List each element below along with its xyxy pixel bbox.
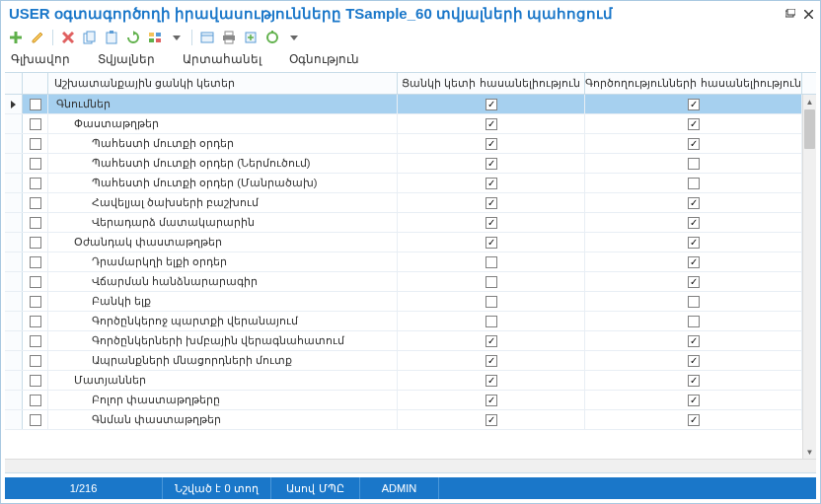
menu-availability-checkbox[interactable] — [485, 118, 497, 130]
row-c1-cell[interactable] — [398, 114, 585, 133]
row-select-checkbox[interactable] — [30, 99, 41, 110]
row-select-checkbox[interactable] — [30, 335, 41, 347]
row-c1-cell[interactable] — [398, 174, 585, 192]
actions-availability-checkbox[interactable] — [688, 178, 700, 189]
actions-availability-checkbox[interactable] — [688, 335, 700, 347]
row-c1-cell[interactable] — [398, 351, 585, 370]
row-select-cell[interactable] — [23, 134, 48, 153]
row-c2-cell[interactable] — [585, 312, 802, 330]
menu-availability-checkbox[interactable] — [485, 276, 497, 288]
row-c2-cell[interactable] — [585, 371, 802, 390]
actions-availability-checkbox[interactable] — [688, 237, 700, 249]
actions-availability-checkbox[interactable] — [688, 158, 700, 170]
row-c2-cell[interactable] — [585, 233, 802, 252]
row-c2-cell[interactable] — [585, 95, 802, 113]
menu-availability-checkbox[interactable] — [485, 237, 497, 249]
menu-availability-checkbox[interactable] — [485, 178, 497, 189]
refresh-icon[interactable] — [124, 29, 142, 46]
dropdown-icon[interactable] — [168, 29, 186, 46]
scroll-up-icon[interactable]: ▲ — [803, 95, 816, 108]
table-row[interactable]: Մատյաններ — [5, 371, 816, 391]
row-c1-cell[interactable] — [398, 292, 585, 311]
row-c1-cell[interactable] — [398, 154, 585, 173]
view-icon[interactable] — [198, 29, 216, 46]
menu-data[interactable]: Տվյալներ — [98, 52, 155, 66]
row-select-cell[interactable] — [23, 312, 48, 330]
row-select-cell[interactable] — [23, 410, 48, 429]
row-select-cell[interactable] — [23, 331, 48, 350]
actions-availability-checkbox[interactable] — [688, 256, 700, 268]
table-row[interactable]: Օժանդակ փաստաթղթեր — [5, 233, 816, 252]
row-c1-cell[interactable] — [398, 371, 585, 390]
row-select-cell[interactable] — [23, 371, 48, 390]
print-icon[interactable] — [220, 29, 238, 46]
group-icon[interactable] — [146, 29, 164, 46]
menu-availability-checkbox[interactable] — [485, 256, 497, 268]
row-c2-cell[interactable] — [585, 114, 802, 133]
row-select-cell[interactable] — [23, 154, 48, 173]
row-c1-cell[interactable] — [398, 193, 585, 212]
table-row[interactable]: Պահեստի մուտքի օրդեր — [5, 134, 816, 154]
column-header-c1[interactable]: Ցանկի կետի հասանելիություն — [398, 73, 585, 94]
row-select-checkbox[interactable] — [30, 296, 41, 308]
row-c2-cell[interactable] — [585, 351, 802, 370]
delete-icon[interactable] — [59, 29, 77, 46]
menu-export[interactable]: Արտահանել — [183, 52, 261, 66]
row-c1-cell[interactable] — [398, 410, 585, 429]
menu-availability-checkbox[interactable] — [485, 99, 497, 110]
menu-availability-checkbox[interactable] — [485, 395, 497, 406]
row-select-checkbox[interactable] — [30, 256, 41, 268]
menu-availability-checkbox[interactable] — [485, 296, 497, 308]
edit-icon[interactable] — [29, 29, 46, 46]
table-row[interactable]: Բանկի ելք — [5, 292, 816, 312]
row-c2-cell[interactable] — [585, 193, 802, 212]
menu-help[interactable]: Օգնություն — [289, 52, 359, 66]
actions-availability-checkbox[interactable] — [688, 375, 700, 387]
copy-icon[interactable] — [81, 29, 99, 46]
menu-availability-checkbox[interactable] — [485, 316, 497, 327]
row-c2-cell[interactable] — [585, 391, 802, 409]
row-c1-cell[interactable] — [398, 134, 585, 153]
column-header-c2[interactable]: Գործողությունների հասանելիություն — [585, 73, 802, 94]
actions-availability-checkbox[interactable] — [688, 197, 700, 209]
row-select-checkbox[interactable] — [30, 178, 41, 189]
table-row[interactable]: Ապրանքների մնացորդների մուտք — [5, 351, 816, 371]
actions-availability-checkbox[interactable] — [688, 276, 700, 288]
row-select-checkbox[interactable] — [30, 355, 41, 367]
row-select-cell[interactable] — [23, 174, 48, 192]
row-c1-cell[interactable] — [398, 272, 585, 291]
paste-icon[interactable] — [103, 29, 120, 46]
row-select-checkbox[interactable] — [30, 316, 41, 327]
row-c1-cell[interactable] — [398, 95, 585, 113]
actions-availability-checkbox[interactable] — [688, 316, 700, 327]
actions-availability-checkbox[interactable] — [688, 296, 700, 308]
row-select-checkbox[interactable] — [30, 375, 41, 387]
row-select-cell[interactable] — [23, 193, 48, 212]
row-c2-cell[interactable] — [585, 213, 802, 232]
table-row[interactable]: Վերադարձ մատակարարին — [5, 213, 816, 233]
row-select-cell[interactable] — [23, 114, 48, 133]
actions-availability-checkbox[interactable] — [688, 217, 700, 229]
table-row[interactable]: Դրամարկղի ելքի օրդեր — [5, 252, 816, 272]
export-icon[interactable] — [242, 29, 260, 46]
menu-availability-checkbox[interactable] — [485, 335, 497, 347]
actions-availability-checkbox[interactable] — [688, 99, 700, 110]
row-select-cell[interactable] — [23, 351, 48, 370]
menu-availability-checkbox[interactable] — [485, 158, 497, 170]
scroll-down-icon[interactable]: ▼ — [803, 445, 816, 459]
row-c2-cell[interactable] — [585, 134, 802, 153]
row-select-cell[interactable] — [23, 233, 48, 252]
table-row[interactable]: Պահեստի մուտքի օրդեր (Ներմուծում) — [5, 154, 816, 174]
row-c1-cell[interactable] — [398, 252, 585, 271]
row-select-checkbox[interactable] — [30, 414, 41, 426]
row-select-cell[interactable] — [23, 272, 48, 291]
table-row[interactable]: Հավելյալ ծախսերի բաշխում — [5, 193, 816, 213]
row-select-cell[interactable] — [23, 95, 48, 113]
row-select-checkbox[interactable] — [30, 276, 41, 288]
menu-availability-checkbox[interactable] — [485, 414, 497, 426]
table-row[interactable]: Գործընկերների խմբային վերագնահատում — [5, 331, 816, 351]
row-c1-cell[interactable] — [398, 391, 585, 409]
actions-availability-checkbox[interactable] — [688, 355, 700, 367]
tool-icon[interactable] — [263, 29, 281, 46]
row-select-cell[interactable] — [23, 252, 48, 271]
